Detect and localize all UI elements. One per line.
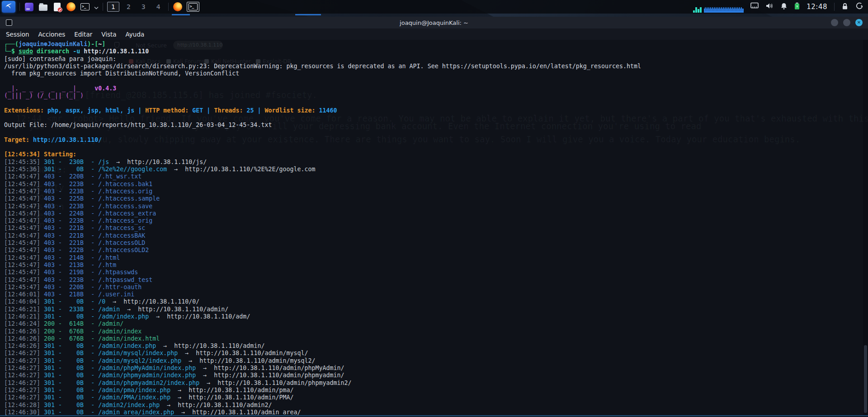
terminal-line: [12:46:21] 301 - 0B - /adm/index.php → h… xyxy=(4,313,862,320)
terminal-launcher[interactable] xyxy=(80,2,90,12)
terminal-line: ┌──(joaquin⊛JoaquinKali)-[~] xyxy=(4,41,862,48)
terminal-line: [12:45:47] 403 - 221B - /.htaccess_sc xyxy=(4,225,862,232)
terminal-lines: ┌──(joaquin⊛JoaquinKali)-[~]└─$ sudo dir… xyxy=(4,41,862,415)
terminal-line: [12:45:35] 301 - 230B - /js → http://10.… xyxy=(4,159,862,166)
maximize-button[interactable] xyxy=(843,19,850,26)
terminal-line: [12:46:26] 301 - 0B - /admin/index.php →… xyxy=(4,342,862,350)
notifications-icon[interactable] xyxy=(780,2,788,12)
terminal-line: [12:46:27] 301 - 0B - /admin/mysql2/inde… xyxy=(4,357,862,365)
logout-icon[interactable] xyxy=(855,2,863,12)
monitor-bar xyxy=(700,7,702,13)
firefox-launcher[interactable] xyxy=(66,2,76,12)
terminal-line: /usr/lib/python3/dist-packages/dirsearch… xyxy=(4,63,862,70)
terminal-line: [12:46:27] 301 - 0B - /admin/phpmyadmin2… xyxy=(4,380,862,387)
terminal-line: [12:45:47] 403 - 223B - /.htaccess_orig xyxy=(4,217,862,225)
network-graph xyxy=(704,9,744,13)
workspace-4[interactable]: 4 xyxy=(153,2,164,11)
terminal-line: [12:45:47] 403 - 225B - /.htaccess.sampl… xyxy=(4,195,862,202)
terminal-line: Output File: /home/joaquin/reports/http_… xyxy=(4,122,862,129)
terminal-line: [12:46:24] 200 - 614B - /admin/ xyxy=(4,320,862,328)
menu-acciones[interactable]: Acciones xyxy=(34,29,70,39)
chevron-down-icon[interactable] xyxy=(94,3,99,11)
menu-vista[interactable]: Vista xyxy=(97,29,121,39)
document-icon xyxy=(54,3,61,11)
kali-logo-icon xyxy=(5,2,13,12)
monitor-bar xyxy=(695,7,697,13)
terminal-line: [12:46:28] 301 - 0B - /admin2/index.php … xyxy=(4,402,862,409)
window-title: joaquin@JoaquinKali: ~ xyxy=(0,19,868,26)
terminal-line: [12:46:30] 301 - 0B - /admin_area/index.… xyxy=(4,409,862,415)
folder-icon xyxy=(39,5,47,11)
menu-bar: SessionAccionesEditarVistaAyuda xyxy=(0,28,868,40)
taskbar-window-firefox[interactable] xyxy=(173,2,183,12)
edit-badge-icon xyxy=(57,7,62,12)
workspace-1[interactable]: 1 xyxy=(107,2,119,12)
terminal-icon xyxy=(80,3,90,10)
kali-menu-button[interactable] xyxy=(2,1,15,13)
terminal-line xyxy=(4,114,862,122)
clock[interactable]: 12:48 xyxy=(807,3,827,11)
file-manager-launcher[interactable] xyxy=(38,2,48,12)
panel-divider xyxy=(103,3,103,11)
taskbar: 1234 12:48 xyxy=(0,0,868,14)
text-editor-launcher[interactable] xyxy=(52,2,62,12)
terminal-line: [12:46:26] 200 - 676B - /admin/index.htm… xyxy=(4,335,862,342)
title-bar[interactable]: joaquin@JoaquinKali: ~ ✕ xyxy=(0,17,868,28)
terminal-line xyxy=(4,129,862,136)
terminal-line: [12:45:47] 403 - 223B - /.htpasswd_test xyxy=(4,276,862,284)
system-monitor-widget[interactable] xyxy=(693,7,744,13)
terminal-line: [12:46:27] 301 - 0B - /admin/phpmyadmin/… xyxy=(4,372,862,379)
terminal-line: [12:45:47] 403 - 214B - /.html xyxy=(4,254,862,262)
monitor-bar xyxy=(698,9,699,13)
terminal-line: _|. _ _ _ _ _ _|_ v0.4.3 xyxy=(4,85,862,92)
menu-session[interactable]: Session xyxy=(6,29,34,39)
terminal-line: [12:46:21] 301 - 233B - /admin → http://… xyxy=(4,306,862,313)
workspace-2[interactable]: 2 xyxy=(123,2,134,11)
battery-icon[interactable] xyxy=(794,2,800,12)
terminal-line: [12:46:04] 301 - 0B - /0 → http://10.38.… xyxy=(4,298,862,305)
terminal-line: from pkg_resources import DistributionNo… xyxy=(4,70,862,77)
terminal-line: [12:45:47] 403 - 221B - /.htaccessBAK xyxy=(4,232,862,239)
terminal-line: [12:46:27] 301 - 0B - /admin/mysql/index… xyxy=(4,350,862,357)
wallpaper-accent xyxy=(295,14,321,15)
panel-divider xyxy=(19,3,20,11)
terminal-line: [12:45:47] 403 - 223B - /.htaccess.bak1 xyxy=(4,181,862,188)
terminal-line xyxy=(4,77,862,84)
close-button[interactable]: ✕ xyxy=(855,19,863,26)
terminal-line: [12:45:47] 403 - 222B - /.htaccessOLD2 xyxy=(4,247,862,254)
menu-editar[interactable]: Editar xyxy=(70,29,97,39)
terminal-line: [12:45:47] 403 - 224B - /.htaccess_extra xyxy=(4,210,862,217)
volume-icon[interactable] xyxy=(765,2,774,11)
menu-ayuda[interactable]: Ayuda xyxy=(121,29,149,39)
terminal-line: [12:45:47] 403 - 220B - /.ht_wsr.txt xyxy=(4,173,862,180)
scrollbar[interactable] xyxy=(863,40,868,415)
dashboard-icon xyxy=(25,3,33,11)
scrollbar-thumb[interactable] xyxy=(864,345,867,413)
panel-divider xyxy=(834,3,835,11)
firefox-icon xyxy=(66,2,75,11)
minimize-button[interactable] xyxy=(831,19,838,26)
network-icon[interactable] xyxy=(750,2,759,11)
terminal-line: [12:45:47] 403 - 221B - /.htaccessOLD xyxy=(4,239,862,247)
terminal-line: [12:45:47] 403 - 223B - /.htaccess.save xyxy=(4,203,862,210)
terminal-line: [12:45:34] Starting: xyxy=(4,151,862,158)
workspace-3[interactable]: 3 xyxy=(138,2,149,11)
terminal-line: [12:46:27] 301 - 0B - /admin/PMA/index.p… xyxy=(4,394,862,401)
lock-icon[interactable] xyxy=(841,2,849,12)
monitor-bar xyxy=(693,10,695,13)
terminal-line: [12:46:27] 301 - 0B - /admin/phpMyAdmin/… xyxy=(4,365,862,372)
terminal-line: [12:46:01] 403 - 218B - /.user.ini xyxy=(4,291,862,298)
terminal-line: [12:45:47] 403 - 220B - /.httr-oauth xyxy=(4,284,862,291)
terminal-line: [12:45:47] 403 - 223B - /.htaccess.orig xyxy=(4,188,862,195)
terminal-icon xyxy=(189,3,198,10)
taskbar-window-terminal[interactable] xyxy=(187,2,199,12)
dashboard-launcher[interactable] xyxy=(24,2,34,12)
terminal-line: [12:46:27] 301 - 0B - /admin/pma/index.p… xyxy=(4,387,862,394)
terminal-line: └─$ sudo dirsearch -u http://10.38.1.110 xyxy=(4,48,862,55)
terminal-line: [12:45:36] 301 - 0B - /%2e%2e//google.co… xyxy=(4,166,862,173)
panel-divider xyxy=(168,3,169,11)
terminal-output[interactable]: Not Secure http://10.38.1.110 end_ [frie… xyxy=(0,40,868,415)
terminal-line xyxy=(4,144,862,151)
terminal-line: [12:46:26] 200 - 676B - /admin/index xyxy=(4,328,862,335)
terminal-line: Target: http://10.38.1.110/ xyxy=(4,136,862,144)
